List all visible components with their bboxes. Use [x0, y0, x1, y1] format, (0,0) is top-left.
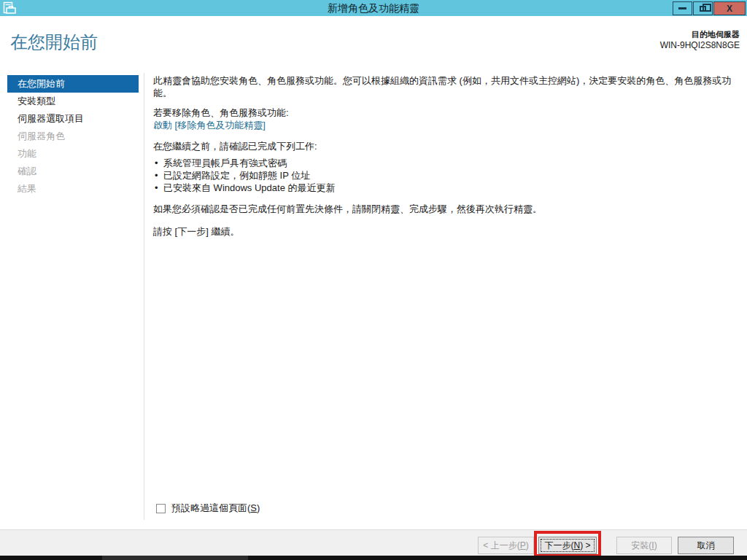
next-hint-paragraph: 請按 [下一步] 繼續。	[153, 225, 740, 238]
restore-icon	[700, 6, 706, 12]
window-controls: X	[672, 1, 746, 15]
sidebar-item-server-roles: 伺服器角色	[7, 128, 139, 145]
titlebar: 新增角色及功能精靈 X	[0, 0, 747, 16]
restore-button[interactable]	[693, 1, 713, 15]
main-content: 此精靈會協助您安裝角色、角色服務或功能。您可以根據組織的資訊需求 (例如，共用文…	[153, 73, 740, 238]
cancel-button[interactable]: 取消	[678, 537, 734, 554]
bottom-desktop-strip	[0, 556, 747, 560]
previous-button: < 上一步(P)	[478, 537, 534, 554]
prerequisite-list: 系統管理員帳戶具有強式密碼 已設定網路設定，例如靜態 IP 位址 已安裝來自 W…	[153, 157, 740, 194]
next-button[interactable]: 下一步(N) >	[538, 537, 597, 554]
page-title: 在您開始前	[10, 31, 98, 54]
sidebar-divider	[144, 73, 144, 520]
window-title: 新增角色及功能精靈	[0, 0, 747, 16]
sidebar-item-features: 功能	[7, 145, 139, 163]
skip-page-row: 預設略過這個頁面(S)	[156, 502, 260, 515]
minimize-icon	[678, 7, 686, 9]
list-item: 已安裝來自 Windows Update 的最近更新	[153, 182, 740, 194]
bottom-strip-segment	[102, 556, 248, 560]
page-header: 在您開始前 目的地伺服器 WIN-9HQI2S8N8GE	[0, 16, 747, 69]
minimize-button[interactable]	[673, 1, 692, 15]
close-button[interactable]: X	[713, 1, 746, 15]
destination-server-label: 目的地伺服器	[660, 29, 740, 40]
remove-heading: 若要移除角色、角色服務或功能:	[153, 106, 740, 119]
sidebar-item-results: 結果	[7, 180, 139, 198]
sidebar-item-installation-type[interactable]: 安裝類型	[7, 93, 139, 110]
install-button: 安裝(I)	[616, 537, 672, 554]
skip-page-label: 預設略過這個頁面(S)	[171, 502, 260, 515]
list-item: 系統管理員帳戶具有強式密碼	[153, 157, 740, 169]
sidebar-item-server-selection[interactable]: 伺服器選取項目	[7, 110, 139, 128]
intro-paragraph: 此精靈會協助您安裝角色、角色服務或功能。您可以根據組織的資訊需求 (例如，共用文…	[153, 74, 740, 99]
sidebar-item-before-you-begin[interactable]: 在您開始前	[7, 75, 139, 93]
destination-server-block: 目的地伺服器 WIN-9HQI2S8N8GE	[660, 29, 740, 50]
close-icon: X	[727, 4, 732, 14]
list-item: 已設定網路設定，例如靜態 IP 位址	[153, 169, 740, 182]
wizard-step-nav: 在您開始前 安裝類型 伺服器選取項目 伺服器角色 功能 確認 結果	[7, 75, 139, 198]
note-paragraph: 如果您必須確認是否已完成任何前置先決條件，請關閉精靈、完成步驟，然後再次執行精靈…	[153, 203, 740, 215]
confirm-heading: 在您繼續之前，請確認已完成下列工作:	[153, 140, 740, 152]
skip-page-checkbox[interactable]	[156, 504, 166, 513]
remove-roles-link[interactable]: 啟動 [移除角色及功能精靈]	[153, 120, 266, 131]
sidebar-item-confirmation: 確認	[7, 163, 139, 180]
footer-button-bar: < 上一步(P) 下一步(N) > 安裝(I) 取消	[0, 529, 747, 556]
destination-server-name: WIN-9HQI2S8N8GE	[660, 40, 740, 50]
